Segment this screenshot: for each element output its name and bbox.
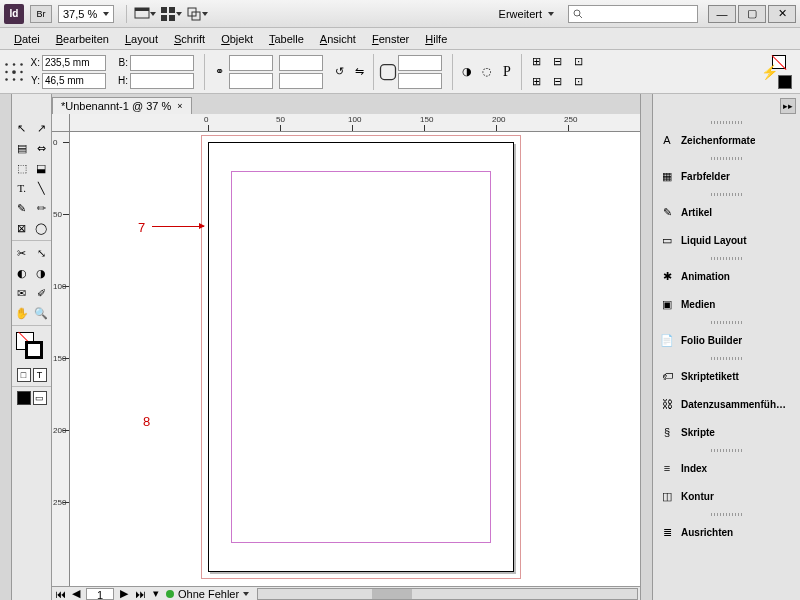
panel-medien[interactable]: ▣Medien bbox=[653, 290, 800, 318]
pathfinder-icon-2[interactable]: ⊡ bbox=[568, 72, 588, 92]
horizontal-ruler[interactable]: 050100150200250 bbox=[70, 114, 640, 132]
panel-grip[interactable] bbox=[653, 190, 800, 198]
zoom-dropdown[interactable]: 37,5 % bbox=[58, 5, 114, 23]
scale-x-input[interactable] bbox=[229, 55, 273, 71]
menu-ansicht[interactable]: Ansicht bbox=[312, 31, 364, 47]
next-page-button[interactable]: ▶ bbox=[118, 588, 130, 600]
prev-page-button[interactable]: ◀ bbox=[70, 588, 82, 600]
panel-artikel[interactable]: ✎Artikel bbox=[653, 198, 800, 226]
panel-grip[interactable] bbox=[653, 446, 800, 454]
container-icon[interactable] bbox=[378, 62, 398, 82]
rotate-input[interactable] bbox=[279, 55, 323, 71]
stroke-weight-input[interactable] bbox=[398, 55, 442, 71]
shear-input[interactable] bbox=[279, 73, 323, 89]
menu-layout[interactable]: Layout bbox=[117, 31, 166, 47]
maximize-button[interactable]: ▢ bbox=[738, 5, 766, 23]
collapse-panels-button[interactable]: ▸▸ bbox=[780, 98, 796, 114]
page-number-input[interactable]: 1 bbox=[86, 588, 114, 600]
panel-grip[interactable] bbox=[653, 118, 800, 126]
screen-mode-button[interactable] bbox=[133, 4, 157, 24]
scissors-tool[interactable]: ✂ bbox=[12, 243, 32, 263]
distribute-icon[interactable]: ⊟ bbox=[547, 52, 567, 72]
panel-datenzusammenf-h-[interactable]: ⛓Datenzusammenfüh… bbox=[653, 390, 800, 418]
y-input[interactable]: 46,5 mm bbox=[42, 73, 106, 89]
arrange-button[interactable] bbox=[185, 4, 209, 24]
panel-liquid-layout[interactable]: ▭Liquid Layout bbox=[653, 226, 800, 254]
panel-ausrichten[interactable]: ≣Ausrichten bbox=[653, 518, 800, 546]
panel-skripte[interactable]: §Skripte bbox=[653, 418, 800, 446]
panel-grip[interactable] bbox=[653, 510, 800, 518]
zoom-tool[interactable]: 🔍 bbox=[32, 303, 52, 323]
w-input[interactable] bbox=[130, 55, 194, 71]
flip-h-icon[interactable]: ⇋ bbox=[349, 62, 369, 82]
pencil-tool[interactable]: ✏ bbox=[32, 198, 52, 218]
constrain-icon[interactable]: ⚭ bbox=[209, 62, 229, 82]
canvas[interactable]: 7 8 bbox=[70, 132, 640, 586]
panel-skriptetikett[interactable]: 🏷Skriptetikett bbox=[653, 362, 800, 390]
pathfinder-icon[interactable]: ⊡ bbox=[568, 52, 588, 72]
panel-kontur[interactable]: ◫Kontur bbox=[653, 482, 800, 510]
text-wrap-icon[interactable]: ◌ bbox=[477, 62, 497, 82]
panel-farbfelder[interactable]: ▦Farbfelder bbox=[653, 162, 800, 190]
align-icon[interactable]: ⊞ bbox=[526, 52, 546, 72]
last-page-button[interactable]: ⏭ bbox=[134, 588, 146, 600]
workspace-switcher[interactable]: Erweitert bbox=[493, 6, 560, 22]
scale-y-input[interactable] bbox=[229, 73, 273, 89]
apply-text-button[interactable]: T bbox=[33, 368, 47, 382]
panel-zeichenformate[interactable]: AZeichenformate bbox=[653, 126, 800, 154]
x-input[interactable]: 235,5 mm bbox=[42, 55, 106, 71]
horizontal-scrollbar[interactable] bbox=[257, 588, 638, 600]
open-button[interactable]: ▾ bbox=[150, 588, 162, 600]
chevron-down-icon[interactable] bbox=[243, 592, 249, 596]
paragraph-icon[interactable]: P bbox=[497, 62, 517, 82]
formatting-container-button[interactable] bbox=[17, 391, 31, 405]
ellipse-tool[interactable]: ◯ bbox=[32, 218, 52, 238]
menu-objekt[interactable]: Objekt bbox=[213, 31, 261, 47]
menu-datei[interactable]: Datei bbox=[6, 31, 48, 47]
gradient-swatch-tool[interactable]: ◐ bbox=[12, 263, 32, 283]
menu-schrift[interactable]: Schrift bbox=[166, 31, 213, 47]
page[interactable] bbox=[208, 142, 514, 572]
h-input[interactable] bbox=[130, 73, 194, 89]
hand-tool[interactable]: ✋ bbox=[12, 303, 32, 323]
quick-apply-icon[interactable]: ⚡ bbox=[761, 64, 778, 80]
align-icon-2[interactable]: ⊞ bbox=[526, 72, 546, 92]
direct-selection-tool[interactable]: ↗ bbox=[32, 118, 52, 138]
menu-hilfe[interactable]: Hilfe bbox=[417, 31, 455, 47]
effects-icon[interactable]: ◑ bbox=[457, 62, 477, 82]
fill-stroke-toolbox[interactable] bbox=[14, 332, 49, 362]
gap-tool[interactable]: ⇔ bbox=[32, 138, 52, 158]
menu-fenster[interactable]: Fenster bbox=[364, 31, 417, 47]
gradient-feather-tool[interactable]: ◑ bbox=[32, 263, 52, 283]
view-options-button[interactable] bbox=[159, 4, 183, 24]
apply-color-button[interactable]: □ bbox=[17, 368, 31, 382]
left-dock-strip[interactable] bbox=[0, 94, 12, 600]
corner-input[interactable] bbox=[398, 73, 442, 89]
panel-folio-builder[interactable]: 📄Folio Builder bbox=[653, 326, 800, 354]
minimize-button[interactable]: — bbox=[708, 5, 736, 23]
panel-grip[interactable] bbox=[653, 318, 800, 326]
right-dock-strip[interactable] bbox=[640, 94, 652, 600]
ruler-origin[interactable] bbox=[52, 114, 70, 132]
bridge-button[interactable]: Br bbox=[30, 5, 52, 23]
panel-animation[interactable]: ✱Animation bbox=[653, 262, 800, 290]
formatting-text-button[interactable]: ▭ bbox=[33, 391, 47, 405]
menu-tabelle[interactable]: Tabelle bbox=[261, 31, 312, 47]
type-tool[interactable]: T. bbox=[12, 178, 32, 198]
reference-point-grid[interactable] bbox=[4, 62, 24, 82]
page-tool[interactable]: ▤ bbox=[12, 138, 32, 158]
panel-grip[interactable] bbox=[653, 354, 800, 362]
vertical-ruler[interactable]: 050100150200250 bbox=[52, 132, 70, 586]
tab-close-button[interactable]: × bbox=[177, 101, 182, 111]
content-collector-tool[interactable]: ⬚ bbox=[12, 158, 32, 178]
menu-bearbeiten[interactable]: Bearbeiten bbox=[48, 31, 117, 47]
panel-grip[interactable] bbox=[653, 154, 800, 162]
selection-tool[interactable]: ↖ bbox=[12, 118, 32, 138]
rotate-ccw-icon[interactable]: ↺ bbox=[329, 62, 349, 82]
panel-grip[interactable] bbox=[653, 254, 800, 262]
panel-index[interactable]: ≡Index bbox=[653, 454, 800, 482]
rectangle-frame-tool[interactable]: ⊠ bbox=[12, 218, 32, 238]
document-tab[interactable]: *Unbenannt-1 @ 37 % × bbox=[52, 97, 192, 114]
line-tool[interactable]: ╲ bbox=[32, 178, 52, 198]
pen-tool[interactable]: ✎ bbox=[12, 198, 32, 218]
